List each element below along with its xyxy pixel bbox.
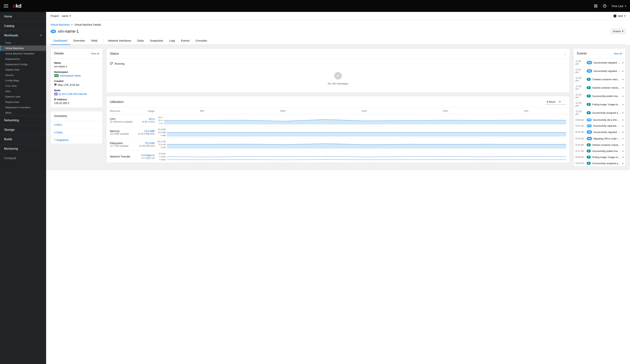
tab-dashboard[interactable]: Dashboard: [50, 37, 70, 45]
sidebar-sub-config-maps[interactable]: Config Maps: [0, 78, 46, 83]
utilization-range-select[interactable]: 6 hours: [545, 99, 566, 105]
tab-disks[interactable]: Disks: [134, 37, 147, 45]
chevron-right-icon: [622, 78, 624, 81]
details-view-all[interactable]: View all: [91, 52, 99, 55]
event-row[interactable]: 8:32 amVMSuccessfully migrated V…: [574, 129, 625, 135]
tab-network-interfaces[interactable]: Network Interfaces: [105, 37, 134, 45]
svg-rect-6: [594, 7, 595, 7]
util-value[interactable]: 79.3 KiB: [134, 142, 154, 145]
apps-icon[interactable]: [594, 4, 598, 8]
sidebar-sub-replica-sets[interactable]: Replica Sets: [0, 99, 46, 105]
sidebar-item-networking[interactable]: Networking: [0, 116, 46, 125]
event-row[interactable]: 12:29 pmPCreated container reacta…: [574, 75, 625, 84]
event-msg: Pulling image "image-re…: [592, 156, 621, 159]
util-value[interactable]: 10.0 MiB: [134, 130, 154, 133]
event-row[interactable]: 8:20 amPStarted container reacta…: [574, 142, 625, 148]
event-row[interactable]: 12:29 pmPPulling image "image-re…: [574, 100, 625, 109]
sidebar-sub-daemon-sets[interactable]: Daemon Sets: [0, 94, 46, 99]
add-button[interactable]: + Add: [614, 14, 626, 17]
sidebar-sub-deployment-configs[interactable]: Deployment Configs: [0, 62, 46, 67]
util-ylabels: 50 m25 m0 m: [157, 116, 163, 124]
svg-rect-8: [596, 7, 597, 7]
project-selector[interactable]: name: [62, 14, 71, 17]
event-time: 8:32 am: [576, 137, 585, 140]
event-row[interactable]: 12:53 pmVMSuccessfully migrated V…: [574, 58, 625, 67]
inventory-item[interactable]: 3 NICs: [51, 121, 102, 129]
created-label: Created: [54, 80, 99, 82]
help-icon[interactable]: ?: [603, 4, 606, 8]
event-row[interactable]: 12:29 pmPSuccessfully pulled imag…: [574, 92, 625, 100]
chevron-right-icon: [622, 70, 624, 72]
sidebar-sub-replication-controllers[interactable]: Replication Controllers: [0, 105, 46, 110]
breadcrumb-current: Virtual Machine Details: [74, 23, 101, 26]
sidebar-item-workloads[interactable]: Workloads: [0, 31, 46, 40]
events-view-all[interactable]: View all: [614, 52, 622, 55]
event-msg: Started container reacta…: [592, 144, 621, 146]
sidebar-item-compute[interactable]: Compute: [0, 153, 46, 163]
sidebar-item-storage[interactable]: Storage: [0, 125, 46, 135]
sidebar-sub-deployments[interactable]: Deployments: [0, 56, 46, 62]
tab-overview[interactable]: Overview: [70, 37, 88, 45]
hamburger-icon[interactable]: [4, 4, 8, 8]
util-head-resource: Resource: [110, 110, 134, 112]
event-row[interactable]: 8:02 amPSuccessfully assigned ap…: [574, 160, 625, 167]
chevron-right-icon: [622, 131, 624, 134]
event-row[interactable]: 12:47 pmVMSuccessfully migrated V…: [574, 67, 625, 75]
sidebar-sub-cron-jobs[interactable]: Cron Jobs: [0, 83, 46, 89]
sidebar-sub-jobs[interactable]: Jobs: [0, 89, 46, 94]
sidebar-sub-stateful-sets[interactable]: Stateful Sets: [0, 67, 46, 72]
namespace-link[interactable]: namespace-name: [60, 74, 81, 77]
event-row[interactable]: 8:57 amPVCSuccessfully replicate…: [574, 123, 625, 129]
sidebar-sub-virtual-machines[interactable]: Virtual Machines: [0, 45, 46, 51]
tab-yaml[interactable]: YAML: [88, 37, 101, 45]
util-limit: of 20.0 MiB limit: [134, 133, 154, 135]
name-value: vm-name-1: [54, 65, 99, 68]
utilization-title: Utilization: [110, 100, 124, 104]
breadcrumb-root[interactable]: Virtual Machines: [50, 23, 70, 26]
event-row[interactable]: 12:29 pmPSuccessfully assigned ap…: [574, 109, 625, 117]
event-time: 12:47 pm: [576, 68, 585, 74]
sidebar-sub-secrets[interactable]: Secrets: [0, 72, 46, 78]
chevron-right-icon: [622, 144, 624, 146]
tab-logs[interactable]: Logs: [166, 37, 178, 45]
node-badge: N: [54, 92, 58, 95]
inventory-item[interactable]: 4 Disks: [51, 129, 102, 136]
event-row[interactable]: 8:11 amPSuccessfully pulled imag…: [574, 148, 625, 154]
util-value[interactable]: 4.9 Gbps in: [134, 154, 154, 157]
sidebar-sub-pods[interactable]: Pods: [0, 40, 46, 45]
util-sub: 10.0 MiB available: [110, 133, 134, 135]
caret-down-icon: [624, 15, 626, 16]
inventory-card: Inventory 3 NICs4 Disks7 Snapshots: [50, 111, 103, 144]
event-row[interactable]: 8:09 amPPulling image "image-re…: [574, 154, 625, 160]
event-row[interactable]: 8:32 amVMMigrating VM to node ip…: [574, 135, 625, 142]
tab-consoles[interactable]: Consoles: [193, 37, 210, 45]
util-name: Network Transfer: [110, 155, 134, 158]
actions-button[interactable]: Actions: [611, 29, 626, 34]
event-msg: Successfully did a thin…: [593, 119, 621, 121]
node-label: Node: [54, 89, 99, 92]
sidebar-item-catalog[interactable]: Catalog: [0, 21, 46, 31]
event-row[interactable]: 9:08 amVMISuccessfully did a thin…: [574, 117, 625, 123]
util-sub: 70.7 KiB available: [110, 145, 134, 147]
util-value[interactable]: 26 m: [134, 118, 154, 121]
sidebar-sub-virtual-machine-templates[interactable]: Virtual Machine Templates: [0, 51, 46, 56]
tab-snapshots[interactable]: Snapshots: [147, 37, 166, 45]
details-title: Details: [54, 52, 64, 55]
ns-badge: NS: [54, 74, 59, 77]
user-menu[interactable]: First Last: [612, 4, 626, 7]
event-msg: Pulling image "image-re…: [592, 103, 621, 106]
event-time: 9:08 am: [576, 119, 585, 121]
event-msg: Created container reacta…: [592, 78, 621, 81]
sidebar-item-home[interactable]: Home: [0, 12, 46, 21]
node-link[interactable]: ip-10-0-128-232.internal: [59, 92, 87, 95]
sidebar-item-monitoring[interactable]: Monitoring: [0, 144, 46, 153]
tab-events[interactable]: Events: [178, 37, 193, 45]
sidebar-sub-hpas[interactable]: HPAs: [0, 110, 46, 116]
kebab-icon[interactable]: ⋮: [563, 52, 566, 56]
sidebar-item-builds[interactable]: Builds: [0, 135, 46, 144]
utilization-range-value: 6 hours: [547, 100, 556, 103]
inventory-item[interactable]: 7 Snapshots: [51, 136, 102, 144]
vm-badge: VM: [50, 30, 56, 33]
logo[interactable]: okd: [13, 3, 22, 9]
event-row[interactable]: 12:29 pmPStarted container reacta…: [574, 84, 625, 92]
